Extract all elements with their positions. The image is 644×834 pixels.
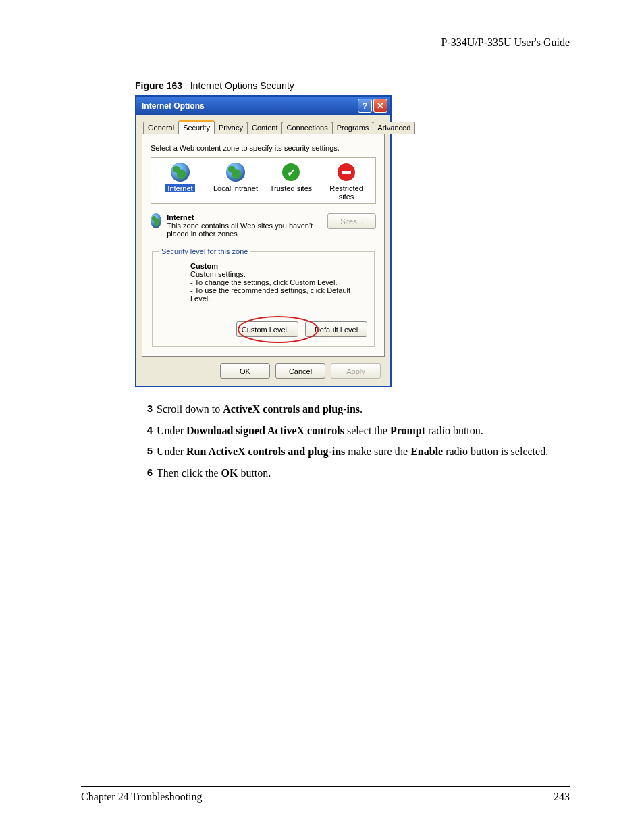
footer-left: Chapter 24 Troubleshooting xyxy=(81,791,203,803)
help-icon[interactable]: ? xyxy=(358,99,372,113)
tab-connections[interactable]: Connections xyxy=(281,122,332,134)
zone-label: Internet xyxy=(165,184,194,192)
internet-options-dialog: Internet Options ? ✕ General Security Pr… xyxy=(135,95,392,387)
step-number: 4 xyxy=(135,423,153,438)
zone-info: Internet This zone contains all Web site… xyxy=(151,213,376,238)
custom-heading: Custom xyxy=(190,262,367,270)
running-header: P-334U/P-335U User's Guide xyxy=(81,36,570,49)
step-3: 3 Scroll down to ActiveX controls and pl… xyxy=(135,402,570,417)
page-number: 243 xyxy=(554,791,570,803)
bold: ActiveX controls and plug-ins xyxy=(223,403,360,415)
text: button. xyxy=(238,467,271,479)
tab-content[interactable]: Content xyxy=(247,122,283,134)
text: Under xyxy=(157,446,186,457)
text: select the xyxy=(344,425,390,436)
figure-title: Internet Options Security xyxy=(190,80,294,91)
bold: Enable xyxy=(410,446,443,457)
zone-label: Trusted sites xyxy=(270,184,313,192)
step-number: 5 xyxy=(135,444,153,459)
tab-advanced[interactable]: Advanced xyxy=(373,122,415,134)
no-entry-icon xyxy=(338,163,355,181)
custom-line: - To use the recommended settings, click… xyxy=(190,286,367,303)
step-number: 3 xyxy=(135,402,153,417)
sites-button: Sites... xyxy=(327,213,376,229)
security-level-group: Security level for this zone Custom Cust… xyxy=(152,247,375,347)
custom-line: - To change the settings, click Custom L… xyxy=(190,278,367,286)
cancel-button[interactable]: Cancel xyxy=(275,363,325,379)
zone-restricted-sites[interactable]: Restricted sites xyxy=(323,162,370,201)
text: radio button. xyxy=(425,425,483,436)
security-legend: Security level for this zone xyxy=(159,247,250,255)
text: Then click the xyxy=(157,467,221,479)
step-4: 4 Under Download signed ActiveX controls… xyxy=(135,423,570,438)
zone-trusted-sites[interactable]: ✓ Trusted sites xyxy=(267,162,315,201)
text: make sure the xyxy=(345,446,410,457)
text: Scroll down to xyxy=(157,403,223,415)
titlebar: Internet Options ? ✕ xyxy=(136,97,390,115)
ok-button[interactable]: OK xyxy=(220,363,270,379)
globe-icon xyxy=(151,213,161,228)
tab-programs[interactable]: Programs xyxy=(332,122,374,134)
figure-label: Figure 163 xyxy=(135,80,182,91)
bold: Prompt xyxy=(390,425,425,436)
step-6: 6 Then click the OK button. xyxy=(135,466,570,481)
close-icon[interactable]: ✕ xyxy=(373,99,387,113)
custom-level-button[interactable]: Custom Level... xyxy=(236,321,298,337)
zone-strip: Internet Local intranet ✓ Trusted sites xyxy=(151,157,376,204)
tab-privacy[interactable]: Privacy xyxy=(214,122,248,134)
zone-local-intranet[interactable]: Local intranet xyxy=(212,162,259,201)
tab-security[interactable]: Security xyxy=(178,120,215,134)
step-5: 5 Under Run ActiveX controls and plug-in… xyxy=(135,444,570,459)
check-shield-icon: ✓ xyxy=(282,163,300,181)
text: radio button is selected. xyxy=(443,446,548,457)
footer-rule xyxy=(81,786,570,787)
globe-icon xyxy=(171,163,190,182)
tab-strip: General Security Privacy Content Connect… xyxy=(143,120,385,134)
figure-caption: Figure 163 Internet Options Security xyxy=(135,80,570,91)
zone-desc: This zone contains all Web sites you hav… xyxy=(167,221,327,238)
step-number: 6 xyxy=(135,466,153,481)
zone-label: Restricted sites xyxy=(329,184,363,201)
dialog-title: Internet Options xyxy=(142,101,205,111)
bold: Run ActiveX controls and plug-ins xyxy=(186,446,345,457)
globe-icon xyxy=(226,163,245,182)
zone-label: Local intranet xyxy=(213,184,258,192)
zone-heading: Internet xyxy=(167,213,327,221)
tab-general[interactable]: General xyxy=(143,122,179,134)
zone-prompt: Select a Web content zone to specify its… xyxy=(151,144,376,152)
step-list: 3 Scroll down to ActiveX controls and pl… xyxy=(135,402,570,480)
default-level-button[interactable]: Default Level xyxy=(305,321,367,337)
dialog-button-row: OK Cancel Apply xyxy=(142,357,385,379)
header-rule xyxy=(81,53,570,53)
tab-pane: Select a Web content zone to specify its… xyxy=(142,134,385,357)
text: Under xyxy=(157,425,186,436)
bold: OK xyxy=(221,467,238,479)
zone-internet[interactable]: Internet xyxy=(157,162,204,201)
custom-line: Custom settings. xyxy=(190,270,367,278)
text: . xyxy=(360,403,363,415)
apply-button: Apply xyxy=(331,363,381,379)
bold: Download signed ActiveX controls xyxy=(186,425,344,436)
page-footer: Chapter 24 Troubleshooting 243 xyxy=(81,786,570,803)
